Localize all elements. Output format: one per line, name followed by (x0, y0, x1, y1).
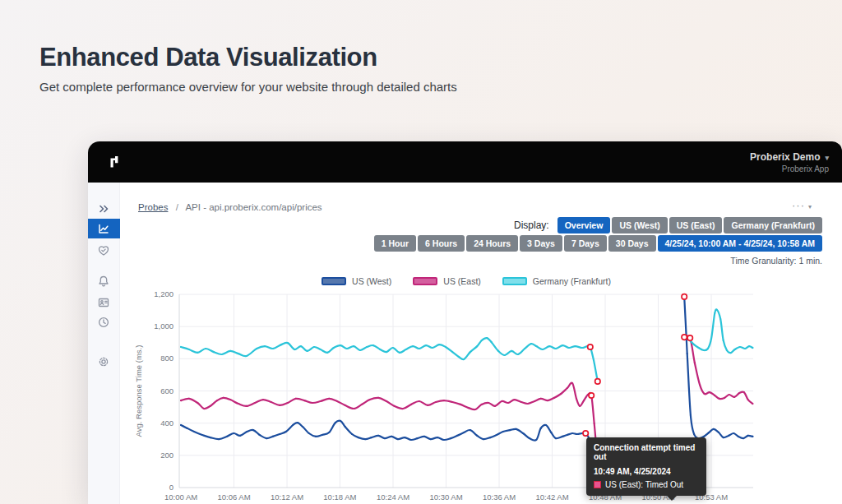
range-option-30-days[interactable]: 30 Days (608, 235, 656, 252)
svg-text:10:18 AM: 10:18 AM (323, 492, 356, 502)
display-option-overview[interactable]: Overview (557, 217, 611, 234)
app-window: Proberix Demo▾ Proberix App (88, 141, 842, 504)
bell-icon (97, 275, 110, 288)
svg-text:800: 800 (160, 354, 173, 363)
range-buttons: 1 Hour6 Hours24 Hours3 Days7 Days30 Days (372, 235, 656, 252)
display-buttons: OverviewUS (West)US (East)Germany (Frank… (556, 217, 822, 234)
page-title: Enhanced Data Visualization (39, 43, 457, 72)
hero-section: Enhanced Data Visualization Get complete… (39, 43, 457, 94)
account-switcher[interactable]: Proberix Demo▾ Proberix App (750, 151, 829, 173)
legend-label: US (East) (443, 276, 481, 286)
legend-swatch (413, 277, 437, 285)
date-range-button[interactable]: 4/25/24, 10:00 AM - 4/25/24, 10:58 AM (658, 235, 823, 252)
legend-item-germany-frankfurt[interactable]: Germany (Frankfurt) (502, 276, 611, 286)
chart-legend: US (West)US (East)Germany (Frankfurt) (179, 276, 753, 286)
page: { "hero": { "title": "Enhanced Data Visu… (0, 0, 842, 504)
display-option-us-west[interactable]: US (West) (612, 217, 667, 234)
line-chart-icon (97, 222, 110, 235)
ellipsis-icon: ··· (792, 199, 805, 211)
app-name: Proberix App (750, 164, 829, 173)
svg-text:600: 600 (160, 386, 173, 395)
legend-item-us-west[interactable]: US (West) (322, 276, 391, 286)
breadcrumb-current: API - api.proberix.com/api/prices (185, 202, 322, 212)
display-option-us-east[interactable]: US (East) (669, 217, 723, 234)
svg-text:200: 200 (160, 451, 173, 460)
legend-label: Germany (Frankfurt) (533, 276, 611, 286)
chevrons-right-icon (97, 202, 110, 215)
clock-icon (97, 316, 110, 329)
page-subtitle: Get complete performance overview for yo… (39, 80, 457, 94)
svg-text:400: 400 (160, 418, 173, 428)
range-option-1-hour[interactable]: 1 Hour (374, 235, 416, 252)
tooltip-series-status: US (East): Timed Out (605, 480, 683, 489)
svg-text:10:24 AM: 10:24 AM (377, 492, 409, 502)
app-body: Probes / API - api.proberix.com/api/pric… (88, 183, 842, 504)
gear-icon (97, 355, 110, 368)
svg-text:0: 0 (169, 483, 173, 492)
svg-text:Avg. Response Time (ms.): Avg. Response Time (ms.) (134, 345, 143, 437)
chevron-down-icon: ▾ (808, 203, 812, 210)
chart-tooltip: Connection attempt timed out 10:49 AM, 4… (586, 437, 706, 496)
sidebar-item-expand[interactable] (88, 200, 120, 218)
chevron-down-icon: ▾ (825, 154, 829, 162)
time-range-row: 1 Hour6 Hours24 Hours3 Days7 Days30 Days… (372, 235, 822, 252)
legend-swatch (502, 277, 527, 285)
svg-text:10:30 AM: 10:30 AM (429, 492, 462, 502)
svg-text:1,200: 1,200 (154, 289, 173, 298)
display-option-germany-frankfurt[interactable]: Germany (Frankfurt) (724, 217, 822, 234)
svg-text:10:00 AM: 10:00 AM (164, 492, 197, 502)
sidebar (88, 183, 120, 504)
tooltip-datetime: 10:49 AM, 4/25/2024 (594, 467, 699, 476)
time-granularity-label: Time Granularity: 1 min. (730, 256, 822, 266)
breadcrumb: Probes / API - api.proberix.com/api/pric… (138, 202, 322, 212)
proberix-logo-icon (106, 153, 124, 171)
svg-text:10:06 AM: 10:06 AM (217, 492, 250, 502)
svg-text:10:36 AM: 10:36 AM (483, 492, 516, 502)
legend-swatch (322, 277, 346, 285)
range-option-6-hours[interactable]: 6 Hours (418, 235, 465, 252)
svg-text:1,000: 1,000 (154, 321, 173, 331)
svg-text:10:42 AM: 10:42 AM (535, 492, 568, 502)
legend-label: US (West) (352, 276, 391, 286)
contact-card-icon (97, 296, 110, 309)
tooltip-title: Connection attempt timed out (594, 443, 699, 461)
response-time-chart[interactable]: 02004006008001,0001,20010:00 AM10:06 AM1… (132, 286, 839, 504)
breadcrumb-link-probes[interactable]: Probes (138, 202, 168, 212)
sidebar-item-contacts[interactable] (88, 293, 120, 312)
tooltip-series-swatch (594, 481, 601, 488)
heart-pulse-icon (97, 244, 110, 257)
sidebar-item-settings[interactable] (88, 352, 120, 372)
content-area: Probes / API - api.proberix.com/api/pric… (120, 183, 842, 504)
display-toggle-row: Display: OverviewUS (West)US (East)Germa… (514, 217, 822, 234)
overflow-menu-button[interactable]: ···▾ (792, 199, 812, 211)
breadcrumb-separator: / (176, 202, 178, 212)
range-option-7-days[interactable]: 7 Days (564, 235, 607, 252)
app-header: Proberix Demo▾ Proberix App (88, 141, 842, 183)
sidebar-item-health[interactable] (88, 241, 120, 261)
sidebar-item-alerts[interactable] (88, 271, 120, 291)
sidebar-item-charts[interactable] (88, 219, 120, 238)
legend-item-us-east[interactable]: US (East) (413, 276, 481, 286)
display-label: Display: (514, 220, 549, 231)
range-option-24-hours[interactable]: 24 Hours (466, 235, 518, 252)
svg-text:10:12 AM: 10:12 AM (271, 492, 303, 502)
account-name: Proberix Demo (750, 151, 820, 163)
range-option-3-days[interactable]: 3 Days (520, 235, 562, 252)
sidebar-item-history[interactable] (88, 312, 120, 332)
